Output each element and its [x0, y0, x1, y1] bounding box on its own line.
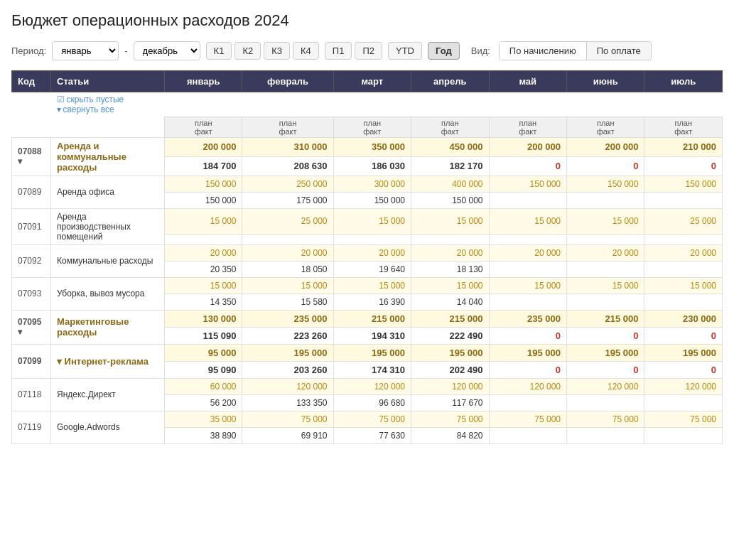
year-button[interactable]: Год	[428, 42, 460, 60]
r07092-plan-apr: 20 000	[411, 244, 489, 261]
r07093-fact-jun	[567, 294, 644, 310]
r07118-plan-feb: 120 000	[242, 378, 333, 394]
r07095-fact-apr: 222 490	[411, 327, 489, 344]
controls-name-cell: ☑ скрыть пустые ▾ свернуть все	[51, 92, 165, 117]
r07088-plan-jul: 210 000	[644, 137, 723, 156]
r07088-plan-may: 200 000	[489, 137, 566, 156]
r07091-plan-feb: 25 000	[242, 208, 333, 235]
row-07093-name: Уборка, вывоз мусора	[51, 277, 165, 310]
r07089-plan-jul: 150 000	[644, 176, 723, 192]
r07091-fact-apr	[411, 235, 489, 244]
table-row: 07091 Аренда производственных помещений …	[12, 208, 723, 235]
period-from-select[interactable]: январьфевральмартапрельмайиюньиюльавгуст…	[52, 41, 119, 60]
subheader-feb: план факт	[242, 117, 333, 137]
r07091-fact-feb	[242, 235, 333, 244]
table-row: 07119 Google.Adwords 35 000 75 000 75 00…	[12, 411, 723, 427]
r07118-fact-feb: 133 350	[242, 394, 333, 411]
row-07095-code: 07095 ▾	[12, 310, 51, 344]
row-07093-code: 07093	[12, 277, 51, 310]
view-accrual-button[interactable]: По начислению	[500, 42, 587, 60]
r07091-fact-jun	[567, 235, 644, 244]
r07118-fact-jun	[567, 394, 644, 411]
r07091-plan-jun: 15 000	[567, 208, 644, 235]
row-07095-name: Маркетинговые расходы	[51, 310, 165, 344]
h1-button[interactable]: П1	[325, 42, 352, 60]
r07099-plan-mar: 195 000	[333, 344, 411, 361]
r07119-fact-apr: 84 820	[411, 427, 489, 443]
table-row: 07095 ▾ Маркетинговые расходы 130 000 23…	[12, 310, 723, 327]
r07089-fact-may	[489, 192, 566, 208]
period-to-select[interactable]: январьфевральмартапрельмайиюньиюльавгуст…	[134, 41, 200, 60]
collapse-all-link[interactable]: ▾ свернуть все	[57, 104, 159, 114]
table-row: 07099 ▾ Интернет-реклама 95 000 195 000 …	[12, 344, 723, 361]
r07093-fact-apr: 14 040	[411, 294, 489, 310]
col-name-header: Статьи	[51, 71, 165, 92]
col-jun-header: июнь	[567, 71, 644, 92]
collapse-icon: ▾	[57, 104, 61, 114]
col-feb-header: февраль	[242, 71, 333, 92]
r07091-plan-may: 15 000	[489, 208, 566, 235]
r07088-fact-jun: 0	[567, 156, 644, 176]
r07091-plan-apr: 15 000	[411, 208, 489, 235]
r07095-plan-feb: 235 000	[242, 310, 333, 327]
r07118-fact-may	[489, 394, 566, 411]
r07119-fact-jan: 38 890	[165, 427, 242, 443]
r07089-fact-jun	[567, 192, 644, 208]
q3-button[interactable]: К3	[264, 42, 290, 60]
r07095-plan-apr: 215 000	[411, 310, 489, 327]
hide-empty-link[interactable]: ☑ скрыть пустые	[57, 95, 159, 104]
r07093-fact-may	[489, 294, 566, 310]
r07089-plan-may: 150 000	[489, 176, 566, 192]
r07089-fact-feb: 175 000	[242, 192, 333, 208]
subheader-jul: план факт	[644, 117, 723, 137]
ctrl-may	[489, 92, 566, 117]
r07089-plan-apr: 400 000	[411, 176, 489, 192]
r07089-plan-feb: 250 000	[242, 176, 333, 192]
r07093-plan-jun: 15 000	[567, 277, 644, 294]
r07095-plan-jun: 215 000	[567, 310, 644, 327]
r07089-fact-mar: 150 000	[333, 192, 411, 208]
r07092-plan-may: 20 000	[489, 244, 566, 261]
h2-button[interactable]: П2	[355, 42, 382, 60]
table-row: 07088 ▾ Аренда и коммунальные расходы 20…	[12, 137, 723, 156]
ctrl-feb	[242, 92, 333, 117]
subheader-jun: план факт	[567, 117, 644, 137]
r07088-fact-jul: 0	[644, 156, 723, 176]
r07093-plan-apr: 15 000	[411, 277, 489, 294]
table-row: 07093 Уборка, вывоз мусора 15 000 15 000…	[12, 277, 723, 294]
r07095-plan-jul: 230 000	[644, 310, 723, 327]
row-07099-name: ▾ Интернет-реклама	[51, 344, 165, 378]
q2-button[interactable]: К2	[234, 42, 261, 60]
r07091-plan-mar: 15 000	[333, 208, 411, 235]
ctrl-jun	[567, 92, 644, 117]
r07091-fact-mar	[333, 235, 411, 244]
r07088-plan-mar: 350 000	[333, 137, 411, 156]
r07095-fact-may: 0	[489, 327, 566, 344]
r07118-fact-jan: 56 200	[165, 394, 242, 411]
row-07118-name: Яндекс.Директ	[51, 378, 165, 411]
view-payment-button[interactable]: По оплате	[587, 42, 651, 60]
q4-button[interactable]: К4	[293, 42, 319, 60]
row-07092-code: 07092	[12, 244, 51, 277]
r07093-fact-mar: 16 390	[333, 294, 411, 310]
r07099-fact-jun: 0	[567, 361, 644, 378]
r07091-fact-jul	[644, 235, 723, 244]
r07119-fact-mar: 77 630	[333, 427, 411, 443]
r07092-plan-feb: 20 000	[242, 244, 333, 261]
r07092-plan-jul: 20 000	[644, 244, 723, 261]
ytd-button[interactable]: YTD	[388, 42, 422, 60]
subheader-row: план факт план факт план факт план факт …	[12, 117, 723, 137]
subheader-mar: план факт	[333, 117, 411, 137]
r07088-fact-may: 0	[489, 156, 566, 176]
q1-button[interactable]: К1	[206, 42, 232, 60]
r07099-plan-feb: 195 000	[242, 344, 333, 361]
r07099-fact-jul: 0	[644, 361, 723, 378]
r07119-plan-jul: 75 000	[644, 411, 723, 427]
r07093-plan-jul: 15 000	[644, 277, 723, 294]
r07091-plan-jan: 15 000	[165, 208, 242, 235]
row-07099-code: 07099	[12, 344, 51, 378]
r07089-fact-jul	[644, 192, 723, 208]
r07095-fact-feb: 223 260	[242, 327, 333, 344]
r07099-fact-mar: 174 310	[333, 361, 411, 378]
r07088-fact-jan: 184 700	[165, 156, 242, 176]
